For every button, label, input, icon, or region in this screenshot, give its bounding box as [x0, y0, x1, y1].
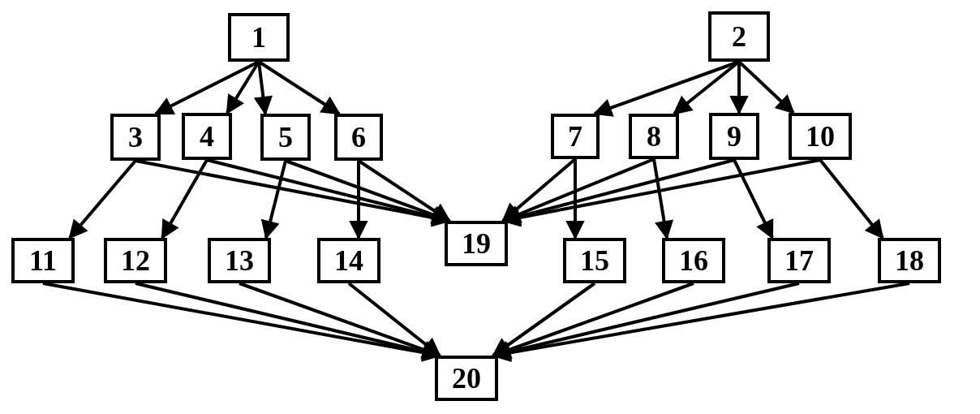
node-9: 9 — [709, 113, 759, 160]
node-1: 1 — [228, 13, 290, 62]
edge-15-20 — [493, 283, 595, 356]
edge-9-19 — [503, 160, 734, 221]
edge-1-3 — [156, 62, 259, 114]
node-18: 18 — [878, 238, 941, 283]
edge-8-16 — [654, 159, 667, 238]
edge-9-17 — [734, 160, 772, 238]
edge-2-7 — [595, 62, 739, 114]
edge-5-13 — [266, 161, 286, 238]
edge-17-20 — [493, 283, 799, 356]
edge-7-19 — [503, 159, 575, 221]
node-14: 14 — [317, 238, 380, 283]
node-5: 5 — [260, 114, 311, 161]
node-7: 7 — [551, 114, 600, 159]
edge-3-11 — [70, 161, 135, 238]
node-11: 11 — [11, 238, 75, 283]
edge-1-5 — [259, 62, 265, 114]
edge-1-6 — [259, 62, 339, 114]
edge-16-20 — [493, 283, 694, 356]
edge-10-19 — [503, 160, 820, 221]
edge-13-20 — [239, 283, 440, 356]
edge-4-12 — [162, 160, 207, 238]
edge-6-19 — [359, 161, 449, 221]
node-12: 12 — [104, 238, 167, 283]
edge-2-8 — [674, 62, 739, 114]
edge-3-19 — [135, 161, 449, 221]
node-15: 15 — [563, 238, 626, 283]
node-6: 6 — [334, 114, 383, 161]
node-20: 20 — [435, 356, 498, 401]
node-16: 16 — [662, 238, 725, 283]
node-17: 17 — [767, 238, 831, 283]
edge-4-19 — [207, 160, 449, 221]
diagram: 1234567891011121314191516171820 — [0, 0, 980, 414]
edge-14-20 — [349, 283, 440, 356]
edge-18-20 — [493, 283, 909, 356]
node-3: 3 — [110, 114, 161, 161]
node-13: 13 — [208, 238, 271, 283]
node-8: 8 — [629, 114, 679, 159]
edges — [0, 0, 980, 414]
edge-12-20 — [135, 283, 440, 356]
edge-5-19 — [286, 161, 449, 221]
node-19: 19 — [445, 221, 508, 266]
node-10: 10 — [789, 113, 852, 160]
edge-11-20 — [43, 283, 440, 356]
edge-2-10 — [739, 62, 793, 113]
edge-8-19 — [503, 159, 654, 221]
node-4: 4 — [182, 113, 232, 160]
edge-1-4 — [227, 62, 259, 113]
node-2: 2 — [708, 11, 770, 62]
edge-10-18 — [820, 160, 883, 238]
